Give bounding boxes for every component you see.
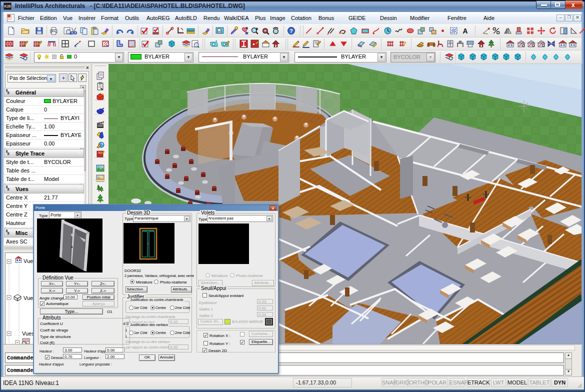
svg-text:Vue: Vue — [24, 295, 33, 301]
svg-text:Vues: Vues — [22, 330, 34, 336]
